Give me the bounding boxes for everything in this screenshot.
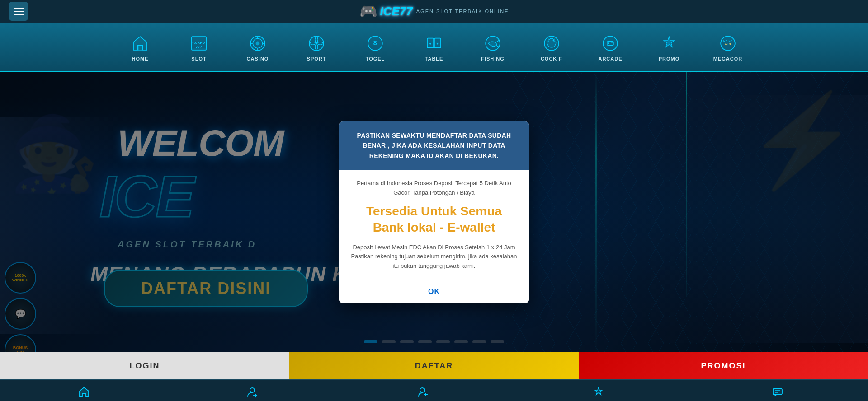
nav-item-promo[interactable]: PROMO xyxy=(640,24,698,70)
svg-point-22 xyxy=(603,36,618,51)
site-logo: 🎮 ICE77 AGEN SLOT TERBAIK ONLINE xyxy=(359,3,509,20)
login-button[interactable]: LOGIN xyxy=(0,352,289,379)
nav-label-promo: PROMO xyxy=(659,56,680,61)
cockfight-icon xyxy=(541,33,562,54)
svg-text:DAILY: DAILY xyxy=(723,38,732,42)
nav-item-cockfight[interactable]: COCK F xyxy=(522,24,581,70)
modal-footer: OK xyxy=(339,280,529,303)
bottom-daftar-icon xyxy=(417,386,429,401)
modal-title: Tersedia Untuk Semua Bank lokal - E-wall… xyxy=(350,203,518,236)
svg-text:♠: ♠ xyxy=(429,41,432,45)
nav-item-togel[interactable]: 8 TOGEL xyxy=(346,24,405,70)
bottom-promosi-icon xyxy=(592,386,605,401)
fishing-icon xyxy=(482,33,504,54)
svg-text:JACKPOT: JACKPOT xyxy=(191,41,208,44)
arcade-icon xyxy=(599,33,621,54)
modal-overlay: PASTIKAN SEWAKTU MENDAFTAR DATA SUDAH BE… xyxy=(0,72,868,352)
nav-label-table: TABLE xyxy=(425,56,443,61)
promo-icon xyxy=(658,33,680,54)
svg-rect-4 xyxy=(191,48,206,50)
table-icon: ♠ ♥ xyxy=(423,33,445,54)
togel-icon: 8 xyxy=(364,33,386,54)
daftar-main-button[interactable]: DAFTAR xyxy=(289,352,579,379)
nav-label-arcade: ARCADE xyxy=(598,56,622,61)
nav-label-sport: SPORT xyxy=(307,56,326,61)
nav-item-table[interactable]: ♠ ♥ TABLE xyxy=(405,24,463,70)
nav-label-fishing: FISHING xyxy=(481,56,505,61)
modal-dialog: PASTIKAN SEWAKTU MENDAFTAR DATA SUDAH BE… xyxy=(339,121,529,303)
casino-icon xyxy=(247,33,269,54)
svg-point-33 xyxy=(250,388,255,392)
svg-rect-0 xyxy=(138,45,142,50)
bottom-nav-login[interactable]: LOGIN xyxy=(243,386,261,401)
modal-body: Pertama di Indonesia Proses Deposit Terc… xyxy=(339,170,529,280)
home-icon xyxy=(129,33,151,54)
modal-subtitle: Pertama di Indonesia Proses Deposit Terc… xyxy=(350,179,518,198)
svg-point-35 xyxy=(420,388,425,392)
promosi-button[interactable]: PROMOSI xyxy=(579,352,868,379)
svg-text:777: 777 xyxy=(196,44,203,48)
nav-label-casino: CASINO xyxy=(247,56,269,61)
nav-label-slot: SLOT xyxy=(191,56,206,61)
svg-point-7 xyxy=(256,41,260,45)
nav-label-togel: TOGEL xyxy=(366,56,385,61)
modal-header-text: PASTIKAN SEWAKTU MENDAFTAR DATA SUDAH BE… xyxy=(350,131,518,161)
bottom-nav-livechat[interactable]: LIVE CHAT xyxy=(763,386,793,401)
bottom-nav-daftar[interactable]: DAFTAR xyxy=(412,386,434,401)
bottom-livechat-icon xyxy=(771,386,784,401)
nav-item-slot[interactable]: JACKPOT 777 SLOT xyxy=(170,24,228,70)
nav-item-megagacor[interactable]: DAILY WIN MEGACOR xyxy=(698,24,757,70)
svg-point-24 xyxy=(608,42,609,44)
svg-text:8: 8 xyxy=(373,39,377,47)
megagacor-icon: DAILY WIN xyxy=(717,33,739,54)
bottom-home-icon xyxy=(78,386,90,401)
nav-label-cockfight: COCK F xyxy=(541,56,562,61)
nav-item-casino[interactable]: CASINO xyxy=(228,24,287,70)
modal-description: Deposit Lewat Mesin EDC Akan Di Proses S… xyxy=(350,243,518,271)
modal-header: PASTIKAN SEWAKTU MENDAFTAR DATA SUDAH BE… xyxy=(339,121,529,170)
bottom-navigation: HOME LOGIN DAFTAR xyxy=(0,379,868,401)
nav-label-megagacor: MEGACOR xyxy=(713,56,742,61)
svg-point-21 xyxy=(553,40,555,42)
bottom-action-buttons: LOGIN DAFTAR PROMOSI xyxy=(0,352,868,379)
hero-section: 🧙 ⚡ WELCOM ICE AGEN SLOT TERBAIK D MENAN… xyxy=(0,72,868,352)
bottom-nav-promosi[interactable]: PROMOSI xyxy=(585,386,612,401)
svg-rect-38 xyxy=(773,388,782,395)
main-navigation: HOME JACKPOT 777 SLOT CASIN xyxy=(0,23,868,72)
svg-text:♥: ♥ xyxy=(436,41,439,45)
svg-text:WIN: WIN xyxy=(725,42,731,46)
top-bar: 🎮 ICE77 AGEN SLOT TERBAIK ONLINE xyxy=(0,0,868,23)
nav-item-sport[interactable]: SPORT xyxy=(287,24,346,70)
slot-icon: JACKPOT 777 xyxy=(188,33,210,54)
nav-label-home: HOME xyxy=(132,56,149,61)
bottom-login-icon xyxy=(246,386,259,401)
sport-icon xyxy=(306,33,327,54)
menu-button[interactable] xyxy=(9,2,28,21)
nav-item-home[interactable]: HOME xyxy=(111,24,170,70)
nav-item-fishing[interactable]: FISHING xyxy=(463,24,522,70)
nav-item-arcade[interactable]: ARCADE xyxy=(581,24,640,70)
modal-ok-button[interactable]: OK xyxy=(339,280,529,303)
bottom-nav-home[interactable]: HOME xyxy=(75,386,92,401)
